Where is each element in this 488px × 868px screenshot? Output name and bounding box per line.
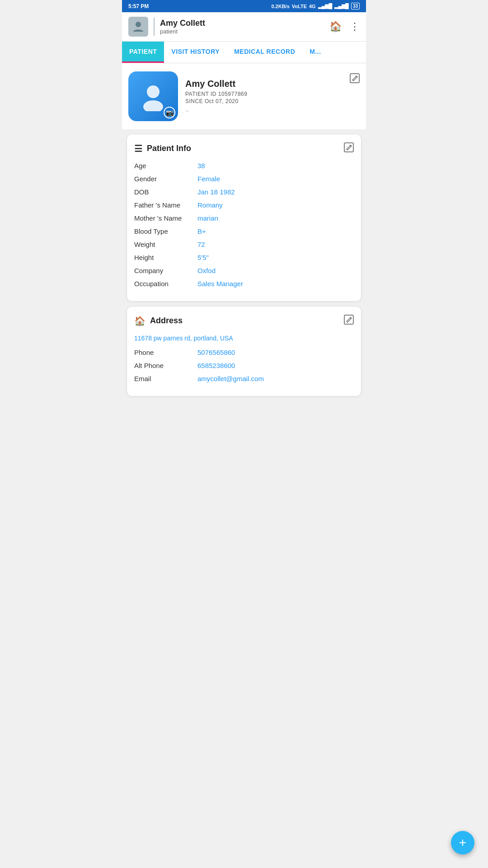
- status-volte: VoLTE: [292, 4, 307, 9]
- info-value: Romany: [197, 201, 223, 209]
- info-label: Age: [134, 162, 197, 170]
- phone-row: Phone 5076565860: [134, 349, 354, 356]
- address-card-header: 🏠 Address: [134, 315, 354, 327]
- patient-name: Amy Collett: [185, 79, 247, 89]
- info-value: 5'5": [197, 254, 209, 261]
- info-label: Height: [134, 254, 197, 261]
- avatar-container: 📷: [128, 71, 178, 121]
- address-street: 11678 pw parnes rd, portland, USA: [134, 334, 354, 343]
- header-name: Amy Collett: [160, 19, 329, 28]
- status-speed: 0.2KB/s: [271, 4, 289, 9]
- header-title: Amy Collett patient: [160, 19, 329, 35]
- info-value: 38: [197, 162, 205, 170]
- info-label: Company: [134, 267, 197, 274]
- svg-rect-5: [344, 315, 353, 324]
- more-icon[interactable]: ⋮: [350, 21, 360, 33]
- info-row: Blood Type B+: [134, 227, 354, 235]
- tab-bar: PATIENT VISIT HISTORY MEDICAL RECORD M..…: [122, 42, 366, 63]
- info-value: Female: [197, 175, 220, 183]
- status-4g: 4G: [309, 4, 316, 9]
- header-divider: [154, 18, 155, 36]
- info-label: Gender: [134, 175, 197, 183]
- camera-icon[interactable]: 📷: [164, 107, 175, 118]
- home-icon[interactable]: 🏠: [329, 21, 342, 33]
- email-value: amycollet@gmail.com: [197, 375, 264, 382]
- signal-icon: ▂▄▆█: [318, 3, 333, 9]
- patient-since: SINCE Oct 07, 2020: [185, 98, 247, 104]
- info-row: Height 5'5": [134, 254, 354, 261]
- patient-info-card-header: ☰ Patient Info: [134, 142, 354, 155]
- profile-info: Amy Collett PATIENT ID 105977869 SINCE O…: [185, 79, 247, 114]
- address-edit-button[interactable]: [344, 315, 354, 327]
- info-value: Sales Manager: [197, 280, 243, 288]
- status-bar: 5:57 PM 0.2KB/s VoLTE 4G ▂▄▆█ ▂▄▆█ 33: [122, 0, 366, 12]
- status-time: 5:57 PM: [128, 3, 149, 9]
- patient-info-card: ☰ Patient Info Age 38 Gender Female DOB …: [127, 134, 361, 302]
- info-row: DOB Jan 18 1982: [134, 188, 354, 196]
- svg-rect-3: [350, 74, 359, 83]
- header-role: patient: [160, 28, 329, 35]
- phone-value: 5076565860: [197, 349, 235, 356]
- svg-point-2: [143, 100, 163, 111]
- patient-info-edit-button[interactable]: [344, 142, 354, 155]
- header-actions: 🏠 ⋮: [329, 21, 360, 33]
- phone-label: Phone: [134, 349, 197, 356]
- profile-header: 📷 Amy Collett PATIENT ID 105977869 SINCE…: [122, 63, 366, 129]
- patient-info-rows: Age 38 Gender Female DOB Jan 18 1982 Fat…: [134, 162, 354, 288]
- address-title: 🏠 Address: [134, 316, 183, 326]
- info-value: marian: [197, 214, 218, 222]
- patient-id: PATIENT ID 105977869: [185, 91, 247, 97]
- info-label: Father 's Name: [134, 201, 197, 209]
- tab-visit-history[interactable]: VISIT HISTORY: [164, 42, 227, 63]
- tab-more[interactable]: M...: [302, 42, 328, 63]
- info-row: Gender Female: [134, 175, 354, 183]
- address-icon: 🏠: [134, 316, 145, 326]
- info-label: Occupation: [134, 280, 197, 288]
- profile-edit-button[interactable]: [350, 73, 360, 85]
- info-row: Age 38: [134, 162, 354, 170]
- address-card: 🏠 Address 11678 pw parnes rd, portland, …: [127, 306, 361, 396]
- info-row: Company Oxfod: [134, 267, 354, 274]
- info-value: Oxfod: [197, 267, 216, 274]
- tab-patient[interactable]: PATIENT: [122, 42, 164, 63]
- info-row: Father 's Name Romany: [134, 201, 354, 209]
- info-value: Jan 18 1982: [197, 188, 235, 196]
- svg-point-0: [136, 22, 141, 27]
- patient-extra: --: [185, 107, 247, 114]
- info-label: Mother 's Name: [134, 214, 197, 222]
- doctor-icon: [128, 17, 148, 37]
- patient-info-title: ☰ Patient Info: [134, 143, 191, 154]
- info-row: Weight 72: [134, 241, 354, 248]
- info-label: DOB: [134, 188, 197, 196]
- app-header: Amy Collett patient 🏠 ⋮: [122, 12, 366, 42]
- info-value: 72: [197, 241, 205, 248]
- svg-point-1: [147, 85, 160, 98]
- tab-medical-record[interactable]: MEDICAL RECORD: [227, 42, 302, 63]
- info-row: Mother 's Name marian: [134, 214, 354, 222]
- info-row: Occupation Sales Manager: [134, 280, 354, 288]
- wifi-icon: ▂▄▆█: [334, 3, 349, 9]
- svg-rect-4: [344, 143, 353, 152]
- alt-phone-label: Alt Phone: [134, 362, 197, 369]
- patient-info-icon: ☰: [134, 143, 142, 154]
- email-label: Email: [134, 375, 197, 382]
- info-value: B+: [197, 227, 206, 235]
- status-right-icons: 0.2KB/s VoLTE 4G ▂▄▆█ ▂▄▆█ 33: [271, 3, 360, 9]
- battery-icon: 33: [351, 3, 360, 9]
- info-label: Blood Type: [134, 227, 197, 235]
- info-label: Weight: [134, 241, 197, 248]
- alt-phone-value: 6585238600: [197, 362, 235, 369]
- alt-phone-row: Alt Phone 6585238600: [134, 362, 354, 369]
- email-row: Email amycollet@gmail.com: [134, 375, 354, 382]
